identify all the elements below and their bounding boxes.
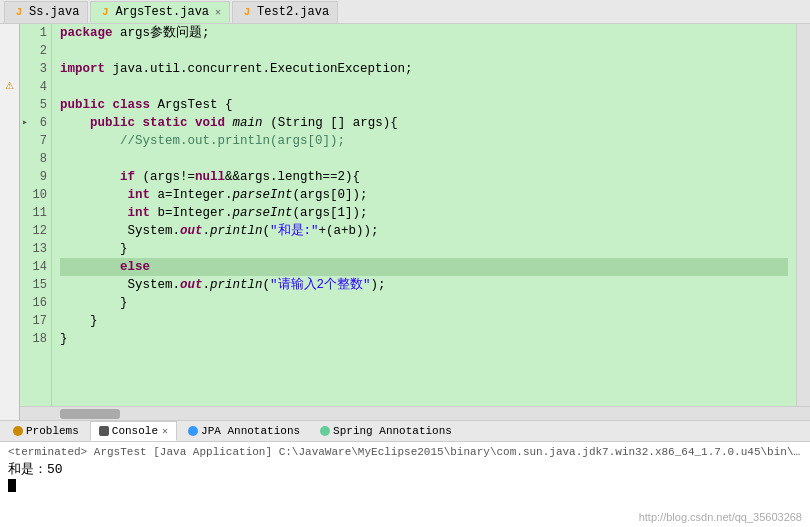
tab-ss[interactable]: J Ss.java [4,1,88,23]
code-line-4 [60,78,788,96]
line-num-11: 11 [20,204,51,222]
tab-argstest-label: ArgsTest.java [115,5,209,19]
editor-main: J Ss.java J ArgsTest.java ✕ J Test2.java… [0,0,810,527]
line-num-13: 13 [20,240,51,258]
line-num-18: 18 [20,330,51,348]
line-num-3: 3 [20,60,51,78]
gutter-warning: ⚠ [5,76,13,93]
code-line-17: } [60,312,788,330]
editor-content[interactable]: 1 2 3 4 5 6 7 8 9 10 11 12 13 14 15 16 1 [20,24,810,420]
line-num-15: 15 [20,276,51,294]
console-cursor [8,479,16,492]
line-num-2: 2 [20,42,51,60]
java-file-icon-argstest: J [99,6,111,18]
tab-problems[interactable]: Problems [4,421,88,441]
line-num-14: 14 [20,258,51,276]
line-num-16: 16 [20,294,51,312]
line-num-17: 17 [20,312,51,330]
tab-console-label: Console [112,425,158,437]
console-output-text: 和是：50 [8,460,802,478]
tab-jpa-label: JPA Annotations [201,425,300,437]
line-num-10: 10 [20,186,51,204]
bottom-panel: Problems Console ✕ JPA Annotations Sprin… [0,420,810,527]
java-file-icon-ss: J [13,6,25,18]
console-status-line: <terminated> ArgsTest [Java Application]… [8,446,802,458]
line-num-9: 9 [20,168,51,186]
tab-problems-label: Problems [26,425,79,437]
line-num-8: 8 [20,150,51,168]
code-area[interactable]: package args参数问题; import java.util.concu… [52,24,796,406]
tab-jpa[interactable]: JPA Annotations [179,421,309,441]
line-num-4: 4 [20,78,51,96]
bottom-tab-bar: Problems Console ✕ JPA Annotations Sprin… [0,420,810,442]
code-line-2 [60,42,788,60]
line-numbers: 1 2 3 4 5 6 7 8 9 10 11 12 13 14 15 16 1 [20,24,52,406]
tab-spring-label: Spring Annotations [333,425,452,437]
console-icon [99,426,109,436]
tab-test2[interactable]: J Test2.java [232,1,338,23]
console-output-area[interactable]: <terminated> ArgsTest [Java Application]… [0,442,810,527]
code-line-16: } [60,294,788,312]
java-file-icon-test2: J [241,6,253,18]
tab-console[interactable]: Console ✕ [90,421,177,441]
hscroll-thumb[interactable] [60,409,120,419]
line-num-6: 6 [20,114,51,132]
tab-argstest-close[interactable]: ✕ [215,6,221,18]
tab-bar: J Ss.java J ArgsTest.java ✕ J Test2.java [0,0,810,24]
jpa-icon [188,426,198,436]
tab-ss-label: Ss.java [29,5,79,19]
code-line-3: import java.util.concurrent.ExecutionExc… [60,60,788,78]
tab-spring[interactable]: Spring Annotations [311,421,461,441]
code-line-9: if (args!=null&&args.length==2){ [60,168,788,186]
code-line-8 [60,150,788,168]
line-num-5: 5 [20,96,51,114]
left-gutter: ⚠ [0,24,20,420]
line-num-12: 12 [20,222,51,240]
code-line-11: int b=Integer.parseInt(args[1]); [60,204,788,222]
code-line-14: else [60,258,788,276]
horizontal-scrollbar[interactable] [20,406,810,420]
line-num-1: 1 [20,24,51,42]
code-line-15: System.out.println("请输入2个整数"); [60,276,788,294]
code-line-12: System.out.println("和是:"+(a+b)); [60,222,788,240]
tab-console-close[interactable]: ✕ [162,425,168,437]
code-line-1: package args参数问题; [60,24,788,42]
problems-icon [13,426,23,436]
code-line-18: } [60,330,788,348]
tab-test2-label: Test2.java [257,5,329,19]
code-line-6: public static void main (String [] args)… [60,114,788,132]
watermark: http://blog.csdn.net/qq_35603268 [639,511,802,523]
editor-body: ⚠ 1 2 3 4 5 6 7 8 9 10 11 12 [0,24,810,420]
line-num-7: 7 [20,132,51,150]
code-line-10: int a=Integer.parseInt(args[0]); [60,186,788,204]
console-output-value: 和是：50 [8,462,63,477]
console-cursor-line [8,478,802,494]
tab-argstest[interactable]: J ArgsTest.java ✕ [90,1,230,23]
code-line-5: public class ArgsTest { [60,96,788,114]
code-line-7: //System.out.println(args[0]); [60,132,788,150]
spring-icon [320,426,330,436]
vertical-scrollbar[interactable] [796,24,810,406]
code-line-13: } [60,240,788,258]
